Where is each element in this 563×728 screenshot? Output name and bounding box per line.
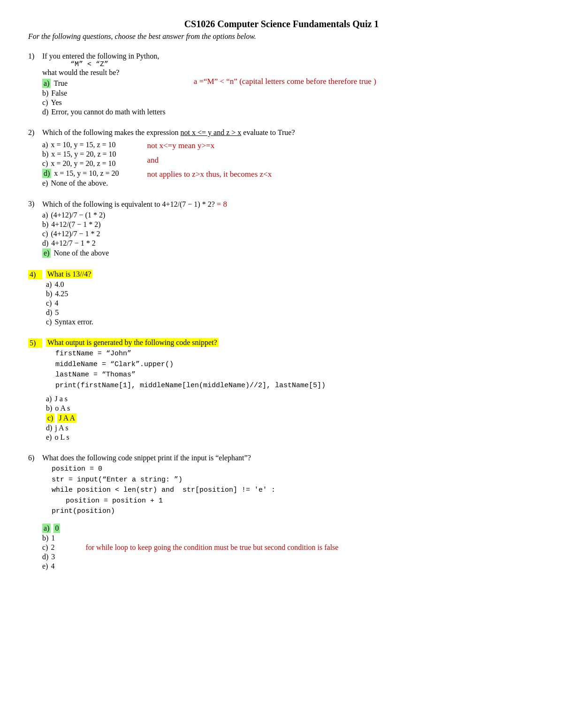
q3-option-c: c) (4+12)/7 − 1 * 2 <box>42 230 535 238</box>
q1-d-text: Error, you cannot do math with letters <box>51 108 165 116</box>
q5-d-label: d) <box>46 424 52 432</box>
q2-b-label: b) <box>42 150 48 158</box>
q4-a-label: a) <box>46 280 52 289</box>
q5-c-label: c) <box>46 413 54 423</box>
q4-option-d: d) 5 <box>46 308 535 317</box>
q1-option-d: d) Error, you cannot do math with letter… <box>42 108 166 116</box>
q2-option-b: b) x = 15, y = 20, z = 10 <box>42 150 119 158</box>
q6-annotation: for while loop to keep going the conditi… <box>85 543 338 552</box>
q5-option-c: c) J A A <box>46 413 535 423</box>
q6-option-d: d) 3 <box>42 553 338 561</box>
q6-b-text: 1 <box>51 534 55 542</box>
q4-d-label: d) <box>46 308 52 317</box>
q5-a-label: a) <box>46 395 52 403</box>
question-6: 6) What does the following code snippet … <box>28 454 535 571</box>
q2-d-text: x = 15, y = 10, z = 20 <box>54 169 119 178</box>
q5-a-text: J a s <box>54 395 68 403</box>
q1-c-text: Yes <box>51 98 61 107</box>
q3-c-text: (4+12)/7 − 1 * 2 <box>51 230 100 238</box>
q3-b-label: b) <box>42 220 48 229</box>
q3-b-text: 4+12/(7 − 1 * 2) <box>51 220 100 229</box>
q1-a-label: a) <box>42 79 51 88</box>
q4-option-a: a) 4.0 <box>46 280 535 289</box>
q6-d-text: 3 <box>51 553 55 561</box>
q3-number: 3) <box>28 200 42 208</box>
q1-a-text: True <box>53 79 68 88</box>
q2-c-text: x = 20, y = 20, z = 10 <box>51 159 115 168</box>
q2-a-text: x = 10, y = 15, z = 10 <box>51 141 115 149</box>
q3-text: Which of the following is equivalent to … <box>42 200 535 209</box>
q6-code: position = 0 str = input(“Enter a string… <box>52 464 535 517</box>
q6-e-text: 4 <box>51 562 54 570</box>
q5-option-a: a) J a s <box>46 395 535 403</box>
q5-number: 5) <box>28 338 42 348</box>
q6-text: What does the following code snippet pri… <box>42 454 535 462</box>
question-4: 4) What is 13//4? a) 4.0 b) 4.25 c) 4 <box>28 270 535 327</box>
q4-b-text: 4.25 <box>55 290 68 298</box>
q5-text: What output is generated by the followin… <box>46 338 535 347</box>
q1-text: If you entered the following in Python, <box>42 52 535 60</box>
q1-d-label: d) <box>42 108 48 116</box>
question-3: 3) Which of the following is equivalent … <box>28 200 535 259</box>
q2-ann-line2: and <box>147 153 535 168</box>
q3-c-label: c) <box>42 230 48 238</box>
q2-a-label: a) <box>42 141 48 149</box>
q1-number: 1) <box>28 52 42 60</box>
q2-option-a: a) x = 10, y = 15, z = 10 <box>42 141 119 149</box>
q3-option-b: b) 4+12/(7 − 1 * 2) <box>42 220 535 229</box>
q4-option-b: b) 4.25 <box>46 290 535 298</box>
page-title: CS1026 Computer Science Fundamentals Qui… <box>28 19 535 30</box>
q1-b-label: b) <box>42 89 48 98</box>
q5-option-e: e) o L s <box>46 433 535 442</box>
q2-e-text: None of the above. <box>51 179 108 188</box>
q5-c-text: J A A <box>57 413 76 423</box>
q6-a-text: 0 <box>53 524 60 533</box>
q5-b-text: o A s <box>55 404 70 413</box>
q1-code: “M” < “Z” <box>70 60 535 68</box>
q6-option-a: a) 0 <box>42 524 338 533</box>
q5-option-d: d) j A s <box>46 424 535 432</box>
q5-d-text: j A s <box>55 424 68 432</box>
question-1: 1) If you entered the following in Pytho… <box>28 52 535 117</box>
q5-option-b: b) o A s <box>46 404 535 413</box>
q6-d-label: d) <box>42 553 48 561</box>
q4-b-label: b) <box>46 290 52 298</box>
q3-option-e: e) None of the above <box>42 248 535 258</box>
q5-b-label: b) <box>46 404 52 413</box>
q3-e-text: None of the above <box>53 249 109 257</box>
q6-e-label: e) <box>42 562 48 570</box>
q6-c-label: c) <box>42 543 48 552</box>
question-5: 5) What output is generated by the follo… <box>28 338 535 443</box>
q4-text: What is 13//4? <box>46 270 535 278</box>
q3-a-label: a) <box>42 211 48 219</box>
q2-number: 2) <box>28 128 42 137</box>
q1-annotation: a =“M” < “n” (capital letters come befor… <box>166 77 535 86</box>
q4-option-e: c) Syntax error. <box>46 318 535 326</box>
q4-number: 4) <box>28 270 42 279</box>
q4-c-text: 4 <box>54 299 58 308</box>
q6-b-label: b) <box>42 534 48 542</box>
q2-option-e: e) None of the above. <box>42 179 119 188</box>
q5-e-label: e) <box>46 433 52 442</box>
q3-option-d: d) 4+12/7 − 1 * 2 <box>42 239 535 248</box>
q4-e-text: Syntax error. <box>54 318 93 326</box>
q4-option-c: c) 4 <box>46 299 535 308</box>
q4-c-label: c) <box>46 299 52 308</box>
q6-a-label: a) <box>42 524 51 533</box>
q2-option-c: c) x = 20, y = 20, z = 10 <box>42 159 119 168</box>
q5-e-text: o L s <box>54 433 69 442</box>
q5-code: firstName = “John” middleName = “Clark”.… <box>55 349 535 391</box>
q3-a-text: (4+12)/7 − (1 * 2) <box>51 211 105 219</box>
q1-followup: what would the result be? <box>42 68 535 77</box>
q4-d-text: 5 <box>55 308 59 317</box>
q1-option-a: a) True <box>42 79 166 88</box>
q3-option-a: a) (4+12)/7 − (1 * 2) <box>42 211 535 219</box>
q2-option-d: d) x = 15, y = 10, z = 20 <box>42 169 119 178</box>
q2-ann-line1: not x<=y mean y>=x <box>147 139 535 153</box>
q6-c-text: 2 <box>51 543 54 552</box>
q2-e-label: e) <box>42 179 48 188</box>
q6-option-e: e) 4 <box>42 562 338 570</box>
q2-d-label: d) <box>42 169 51 178</box>
q2-text: Which of the following makes the express… <box>42 128 535 137</box>
q2-annotation: not x<=y mean y>=x and not applies to z>… <box>119 139 535 182</box>
